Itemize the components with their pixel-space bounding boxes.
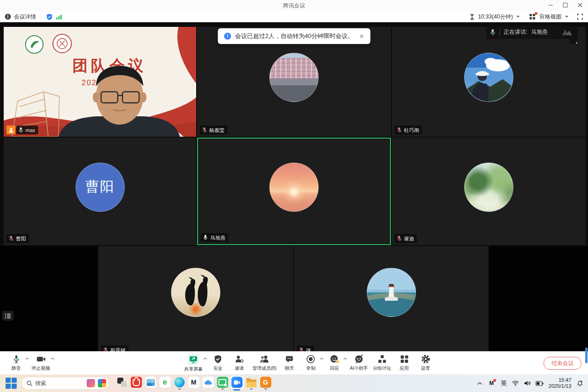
mic-active-icon bbox=[203, 234, 208, 240]
maximize-button[interactable] bbox=[561, 1, 569, 9]
share-screen-button[interactable]: 共享屏幕 bbox=[184, 354, 203, 373]
participant-tile-duqiaoge[interactable]: 杜巧阁 bbox=[392, 27, 586, 137]
breakout-rooms-button[interactable]: 分组讨论 bbox=[373, 354, 391, 372]
taskbar-search[interactable]: 搜索 bbox=[21, 377, 109, 390]
info-circle-icon bbox=[224, 32, 231, 40]
security-button[interactable]: 安全 bbox=[210, 354, 226, 372]
banner-text: 会议已超过2人，自动转为40分钟限时会议。 bbox=[235, 32, 354, 40]
info-icon bbox=[5, 13, 11, 20]
wifi-icon[interactable] bbox=[512, 380, 519, 386]
chat-button[interactable]: 聊天 bbox=[281, 354, 298, 372]
participant-tile-xiedi[interactable]: 谢迪 bbox=[392, 138, 586, 245]
avatar bbox=[171, 268, 220, 317]
ime-indicator[interactable]: 英 bbox=[501, 379, 507, 387]
taskbar-app-browser-e[interactable]: e bbox=[158, 377, 172, 390]
participant-label: 张 bbox=[297, 346, 314, 351]
tray-m-badge[interactable]: M bbox=[487, 379, 496, 387]
taskbar-app-g[interactable]: G bbox=[258, 377, 273, 390]
taskbar-app-meeting[interactable] bbox=[230, 376, 244, 391]
participant-tile-maxuyan[interactable]: 马旭燕 bbox=[197, 138, 391, 245]
invite-button[interactable]: 邀请 bbox=[231, 354, 248, 372]
fullscreen-icon[interactable] bbox=[577, 13, 583, 20]
participant-tile-max[interactable]: 团队会议 2025 bbox=[4, 27, 196, 137]
minimize-button[interactable] bbox=[546, 1, 555, 9]
mic-muted-icon bbox=[396, 235, 402, 241]
meeting-toolbar-top: 会议详情 10:33(40分钟) bbox=[0, 11, 588, 22]
participant-label: max bbox=[16, 126, 38, 134]
participant-label: 杨嘉莹 bbox=[200, 126, 227, 134]
taskbar-app-cloud[interactable] bbox=[201, 377, 215, 390]
close-button[interactable] bbox=[576, 1, 584, 9]
video-options-chevron[interactable] bbox=[51, 357, 55, 360]
security-shield-icon[interactable] bbox=[46, 13, 53, 20]
stop-video-button[interactable]: 停止视频 bbox=[32, 354, 50, 372]
view-dropdown-icon[interactable] bbox=[565, 16, 569, 18]
grid-view-icon[interactable] bbox=[529, 13, 536, 20]
notification-bell-icon[interactable] bbox=[576, 380, 583, 386]
member-list-toggle[interactable] bbox=[2, 311, 13, 321]
shield-check-icon bbox=[213, 354, 223, 364]
search-placeholder: 搜索 bbox=[35, 379, 46, 387]
banner-close-button[interactable]: ✕ bbox=[359, 33, 364, 40]
photos-highlight-icon[interactable] bbox=[98, 379, 106, 387]
overlay-handle[interactable] bbox=[569, 39, 578, 44]
e-browser-icon: e bbox=[160, 377, 171, 388]
participant-tile-caoyang[interactable]: 曹阳 曹阳 bbox=[4, 138, 196, 245]
participant-tile-jinyaming[interactable]: 靳亚铭 bbox=[98, 246, 293, 351]
record-options-chevron[interactable] bbox=[320, 357, 324, 360]
battery-icon[interactable] bbox=[536, 381, 543, 386]
taskbar-app-appgallery[interactable] bbox=[129, 377, 143, 390]
timer-dropdown-icon[interactable] bbox=[516, 16, 520, 18]
taskbar-app-snip[interactable] bbox=[115, 377, 129, 390]
taskbar-app-mastergo[interactable]: M bbox=[186, 377, 201, 390]
meeting-details-link[interactable]: 会议详情 bbox=[14, 13, 36, 21]
share-screen-icon bbox=[189, 355, 198, 364]
participant-label: 马旭燕 bbox=[201, 233, 228, 242]
share-options-chevron[interactable] bbox=[203, 357, 207, 360]
participant-tile-zhang[interactable]: 张 bbox=[294, 246, 488, 351]
clipchamp-icon[interactable] bbox=[87, 379, 95, 387]
start-button[interactable] bbox=[6, 378, 17, 389]
record-button[interactable]: 录制 bbox=[302, 354, 319, 372]
taskbar-app-edge[interactable] bbox=[172, 377, 186, 390]
search-icon bbox=[26, 380, 32, 386]
network-signal-icon[interactable] bbox=[56, 14, 62, 20]
close-icon bbox=[578, 3, 582, 7]
divider bbox=[499, 29, 500, 36]
speaking-label: 正在讲话: bbox=[504, 28, 527, 36]
tray-expand-chevron[interactable] bbox=[477, 382, 482, 385]
scrollbar[interactable] bbox=[585, 348, 588, 363]
tray-clock[interactable]: 15:47 2025/1/13 bbox=[549, 377, 571, 389]
empty-tile bbox=[0, 246, 97, 351]
taskbar-app-recorder[interactable] bbox=[215, 377, 230, 390]
ai-assistant-button[interactable]: AI小助手 bbox=[350, 354, 368, 372]
settings-button[interactable]: 设置 bbox=[417, 354, 434, 372]
video-grid: 团队会议 2025 bbox=[0, 22, 588, 351]
cloud-icon bbox=[204, 379, 212, 385]
participant-label: 谢迪 bbox=[395, 234, 417, 243]
record-icon bbox=[306, 354, 315, 364]
meeting-control-bar: 静音 停止视频 共享屏幕 bbox=[0, 351, 588, 375]
mic-muted-icon bbox=[202, 127, 207, 133]
mute-button[interactable]: 静音 bbox=[8, 354, 25, 372]
microphone-icon bbox=[12, 354, 21, 364]
speaker-icon[interactable] bbox=[524, 380, 530, 386]
view-mode-label[interactable]: 宫格视图 bbox=[539, 13, 562, 21]
folder-icon bbox=[246, 379, 256, 387]
edge-icon bbox=[174, 377, 185, 387]
taskbar-app-photos[interactable] bbox=[143, 377, 158, 390]
camera-icon bbox=[36, 354, 46, 364]
window-title: 腾讯会议 bbox=[0, 2, 588, 10]
end-meeting-button[interactable]: 结束会议 bbox=[543, 357, 582, 370]
meeting-camera-icon bbox=[234, 380, 240, 385]
mute-options-chevron[interactable] bbox=[25, 357, 29, 360]
slide-graphics bbox=[4, 27, 196, 137]
apps-button[interactable]: 应用 bbox=[396, 354, 413, 372]
reactions-options-chevron[interactable] bbox=[343, 357, 347, 360]
photos-icon bbox=[145, 377, 156, 388]
taskbar-app-explorer[interactable] bbox=[244, 377, 258, 390]
reactions-button[interactable]: 回应 bbox=[326, 354, 343, 372]
mic-muted-icon bbox=[8, 235, 14, 241]
manage-members-button[interactable]: 管理成员(8) bbox=[252, 354, 276, 372]
meeting-timer[interactable]: 10:33(40分钟) bbox=[478, 13, 513, 21]
